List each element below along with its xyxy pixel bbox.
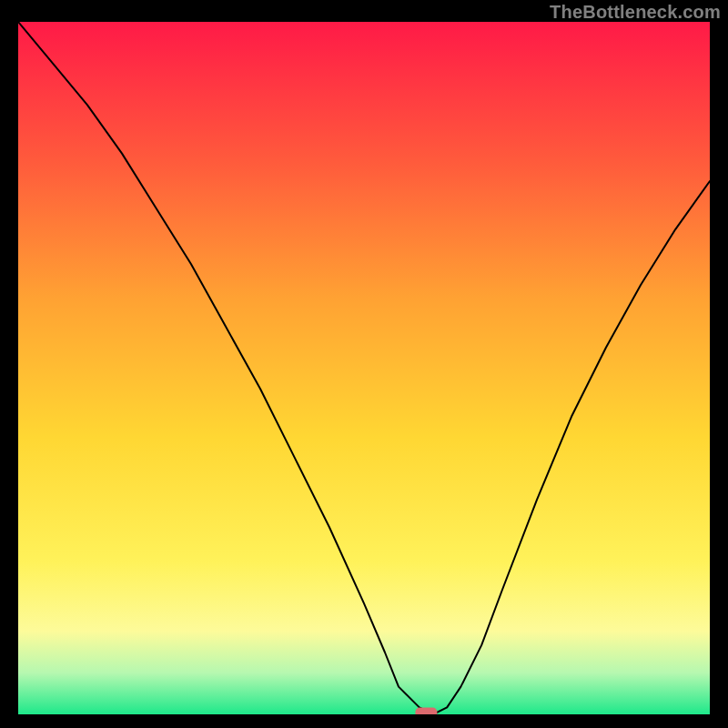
watermark-text: TheBottleneck.com	[550, 2, 721, 23]
plot-area	[18, 22, 710, 714]
gradient-background	[18, 22, 710, 714]
optimum-marker	[415, 708, 437, 715]
chart-svg	[18, 22, 710, 714]
chart-figure: TheBottleneck.com	[0, 0, 728, 728]
